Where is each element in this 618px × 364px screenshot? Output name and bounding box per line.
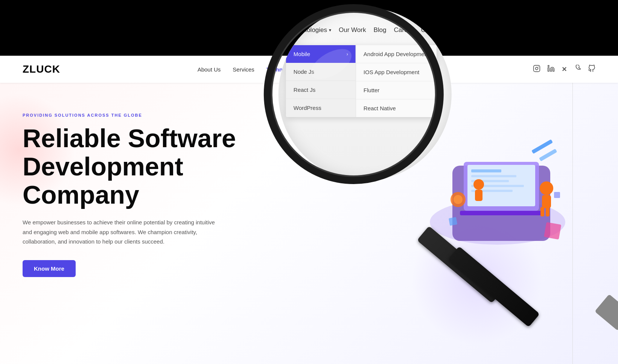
svg-rect-26 [554, 192, 560, 198]
svg-rect-17 [542, 195, 551, 208]
svg-point-23 [454, 195, 463, 204]
hero-title: Reliable Software Development Company [23, 124, 248, 209]
know-more-button[interactable]: Know More [23, 260, 76, 277]
website-content: ZLUCK About Us Services Technologies ▾ O… [0, 56, 618, 364]
svg-rect-21 [475, 190, 483, 201]
hero-illustration [422, 90, 565, 248]
chevron-down-icon: ▾ [304, 66, 307, 73]
twitter-x-icon[interactable]: ✕ [562, 65, 567, 73]
nav-links: About Us Services Technologies ▾ Our Wor… [198, 66, 396, 73]
svg-rect-13 [460, 211, 543, 215]
svg-rect-8 [471, 169, 501, 172]
svg-rect-2 [548, 67, 549, 71]
linkedin-icon[interactable] [547, 65, 555, 74]
svg-rect-9 [471, 175, 516, 177]
hero-description: We empower businesses to achieve their o… [23, 218, 218, 247]
svg-point-16 [540, 181, 553, 195]
svg-rect-0 [534, 65, 540, 72]
nav-blog[interactable]: Blog [355, 66, 366, 73]
vertical-divider [572, 83, 573, 364]
hero-section: PROVIDING SOLUTIONS ACROSS THE GLOBE Rel… [0, 83, 618, 364]
svg-rect-19 [546, 207, 550, 216]
nav-about[interactable]: About Us [198, 66, 221, 73]
github-icon[interactable] [588, 65, 595, 74]
skype-icon[interactable] [574, 65, 581, 74]
svg-rect-18 [540, 207, 544, 216]
nav-services[interactable]: Services [233, 66, 254, 73]
svg-rect-14 [531, 139, 553, 154]
logo[interactable]: ZLUCK [23, 63, 60, 75]
hero-subtitle: PROVIDING SOLUTIONS ACROSS THE GLOBE [23, 113, 248, 117]
top-black-bar [0, 0, 618, 56]
nav-career[interactable]: Career [378, 66, 396, 73]
svg-point-20 [473, 179, 484, 190]
svg-point-3 [548, 65, 549, 66]
social-icons: ✕ [533, 65, 595, 74]
svg-rect-25 [449, 217, 457, 226]
nav-ourwork[interactable]: Our Work [319, 66, 343, 73]
svg-rect-15 [539, 149, 557, 161]
svg-rect-24 [544, 222, 561, 239]
hero-text: PROVIDING SOLUTIONS ACROSS THE GLOBE Rel… [23, 105, 248, 277]
navbar: ZLUCK About Us Services Technologies ▾ O… [0, 56, 618, 83]
nav-technologies[interactable]: Technologies ▾ [266, 66, 307, 73]
instagram-icon[interactable] [533, 65, 540, 74]
